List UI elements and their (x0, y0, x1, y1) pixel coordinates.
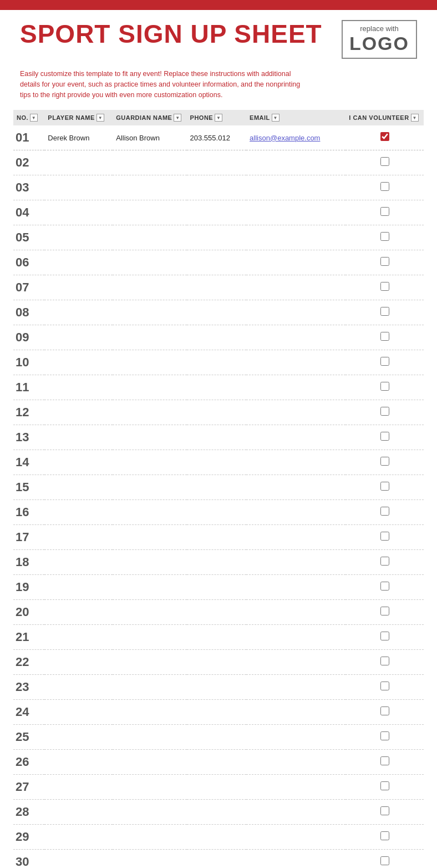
row-number: 16 (13, 500, 44, 525)
volunteer-checkbox[interactable] (380, 307, 389, 316)
phone (187, 650, 247, 675)
email (246, 175, 345, 200)
col-header-email: EMAIL ▼ (246, 110, 345, 125)
volunteer-checkbox[interactable] (380, 856, 389, 865)
volunteer-checkbox[interactable] (380, 532, 389, 541)
player-name (44, 425, 113, 450)
volunteer-checkbox[interactable] (380, 457, 389, 466)
row-number: 10 (13, 350, 44, 375)
dropdown-arrow-volunteer[interactable]: ▼ (411, 114, 419, 122)
volunteer-checkbox-cell (345, 800, 424, 825)
player-name: Derek Brown (44, 125, 113, 150)
row-number: 18 (13, 550, 44, 575)
row-number: 08 (13, 300, 44, 325)
table-row: 10 (13, 350, 424, 375)
email-link[interactable]: allison@example.com (250, 134, 320, 142)
volunteer-checkbox-cell (345, 850, 424, 868)
row-number: 20 (13, 600, 44, 625)
volunteer-checkbox[interactable] (380, 332, 389, 341)
table-row: 05 (13, 225, 424, 250)
player-name (44, 475, 113, 500)
phone (187, 725, 247, 750)
player-name (44, 850, 113, 868)
volunteer-checkbox[interactable] (380, 357, 389, 366)
volunteer-checkbox-cell (345, 450, 424, 475)
table-row: 02 (13, 150, 424, 175)
table-row: 11 (13, 375, 424, 400)
phone (187, 350, 247, 375)
volunteer-checkbox-cell (345, 400, 424, 425)
volunteer-checkbox[interactable] (380, 756, 389, 765)
volunteer-checkbox[interactable] (380, 706, 389, 715)
volunteer-checkbox[interactable] (380, 632, 389, 640)
volunteer-checkbox[interactable] (380, 207, 389, 216)
volunteer-checkbox-cell (345, 625, 424, 650)
volunteer-checkbox[interactable] (380, 482, 389, 491)
volunteer-checkbox[interactable] (380, 657, 389, 665)
player-name (44, 600, 113, 625)
email (246, 300, 345, 325)
col-header-phone: PHONE ▼ (187, 110, 247, 125)
volunteer-checkbox[interactable] (380, 582, 389, 591)
volunteer-checkbox[interactable] (380, 407, 389, 416)
dropdown-arrow-player[interactable]: ▼ (96, 114, 104, 122)
row-number: 03 (13, 175, 44, 200)
phone (187, 200, 247, 225)
email (246, 600, 345, 625)
row-number: 28 (13, 800, 44, 825)
email (246, 200, 345, 225)
player-name (44, 575, 113, 600)
phone (187, 800, 247, 825)
guardian-name (113, 775, 186, 800)
dropdown-arrow-email[interactable]: ▼ (272, 114, 280, 122)
email (246, 800, 345, 825)
volunteer-checkbox[interactable] (380, 157, 389, 166)
email (246, 625, 345, 650)
table-row: 09 (13, 325, 424, 350)
volunteer-checkbox[interactable] (380, 781, 389, 790)
table-row: 07 (13, 275, 424, 300)
table-row: 22 (13, 650, 424, 675)
volunteer-checkbox[interactable] (380, 831, 389, 840)
volunteer-checkbox[interactable] (380, 806, 389, 815)
volunteer-checkbox-cell (345, 375, 424, 400)
volunteer-checkbox[interactable] (380, 682, 389, 690)
volunteer-checkbox[interactable] (380, 282, 389, 291)
guardian-name (113, 600, 186, 625)
volunteer-checkbox[interactable] (380, 731, 389, 740)
guardian-name (113, 450, 186, 475)
dropdown-arrow-no[interactable]: ▼ (30, 114, 38, 122)
table-row: 01Derek BrownAllison Brown203.555.012all… (13, 125, 424, 150)
volunteer-checkbox[interactable] (380, 182, 389, 191)
guardian-name (113, 375, 186, 400)
table-row: 21 (13, 625, 424, 650)
guardian-name (113, 825, 186, 850)
player-name (44, 450, 113, 475)
player-name (44, 650, 113, 675)
phone (187, 550, 247, 575)
volunteer-checkbox[interactable] (380, 607, 389, 615)
guardian-name (113, 525, 186, 550)
volunteer-checkbox[interactable] (380, 132, 389, 141)
volunteer-checkbox[interactable] (380, 432, 389, 441)
row-number: 22 (13, 650, 44, 675)
email (246, 425, 345, 450)
guardian-name (113, 475, 186, 500)
guardian-name (113, 175, 186, 200)
guardian-name (113, 225, 186, 250)
player-name (44, 300, 113, 325)
phone: 203.555.012 (187, 125, 247, 150)
volunteer-checkbox[interactable] (380, 257, 389, 266)
dropdown-arrow-phone[interactable]: ▼ (215, 114, 222, 122)
volunteer-checkbox[interactable] (380, 382, 389, 391)
volunteer-checkbox[interactable] (380, 232, 389, 241)
guardian-name (113, 800, 186, 825)
email: allison@example.com (246, 125, 345, 150)
email (246, 700, 345, 725)
phone (187, 450, 247, 475)
volunteer-checkbox[interactable] (380, 557, 389, 566)
volunteer-checkbox[interactable] (380, 507, 389, 516)
table-row: 17 (13, 525, 424, 550)
email (246, 250, 345, 275)
dropdown-arrow-guardian[interactable]: ▼ (174, 114, 181, 122)
